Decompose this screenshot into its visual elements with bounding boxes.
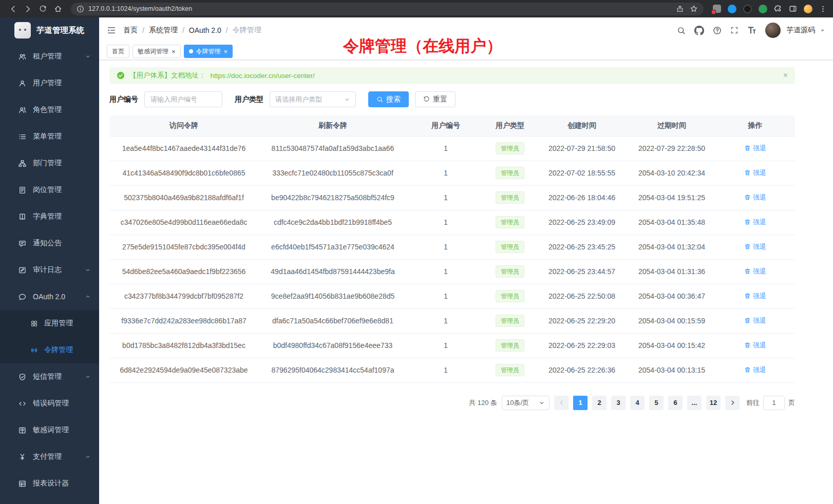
refresh-token-cell: dfa6c71a50a54c66bef706ef9e6e8d81	[258, 308, 407, 333]
fullscreen-icon[interactable]	[730, 26, 739, 34]
breadcrumb-item[interactable]: 首页	[123, 26, 138, 35]
tab-home[interactable]: 首页	[107, 45, 129, 58]
refresh-token-cell: 8796295f04064c2983414cc54af1097a	[258, 358, 407, 382]
menu-dots-icon[interactable]	[819, 5, 827, 13]
pager-page-1[interactable]: 1	[573, 396, 588, 410]
pager-page-6[interactable]: 6	[668, 396, 683, 410]
force-logout-button[interactable]: 强退	[744, 193, 766, 202]
app-logo[interactable]: 芋道管理系统	[0, 17, 99, 43]
sidebar-item-post[interactable]: 岗位管理	[0, 177, 99, 203]
force-logout-button[interactable]: 强退	[744, 168, 766, 178]
force-logout-button[interactable]: 强退	[744, 365, 766, 375]
force-logout-button[interactable]: 强退	[744, 316, 766, 325]
reset-button[interactable]: 重置	[415, 91, 456, 107]
pager-page-3[interactable]: 3	[611, 396, 626, 410]
doc-link[interactable]: https://doc.iocoder.cn/user-center/	[211, 72, 315, 80]
user-id-input[interactable]	[144, 91, 222, 107]
breadcrumb-item[interactable]: 系统管理	[149, 26, 178, 35]
force-logout-button[interactable]: 强退	[744, 242, 766, 251]
force-logout-button[interactable]: 强退	[744, 267, 766, 276]
forward-icon[interactable]	[21, 2, 35, 16]
created-time-cell: 2022-06-25 23:45:25	[536, 235, 628, 259]
pager-more-button[interactable]: ...	[687, 396, 702, 410]
sidebar-item-role[interactable]: 角色管理	[0, 96, 99, 123]
profile-avatar-icon[interactable]	[804, 5, 812, 13]
bookmark-star-icon[interactable]	[690, 5, 698, 13]
goto-page-input[interactable]	[763, 396, 785, 410]
created-time-cell: 2022-06-25 22:50:08	[536, 284, 628, 308]
active-tab-dot	[189, 49, 193, 53]
sidebar-item-menu[interactable]: 菜单管理	[0, 123, 99, 150]
tab-close-icon[interactable]: ×	[224, 48, 228, 55]
badge-icon	[18, 186, 26, 194]
tab-sensitive-word[interactable]: 敏感词管理×	[132, 45, 181, 58]
next-page-button[interactable]	[725, 396, 740, 410]
pager-page-5[interactable]: 5	[649, 396, 664, 410]
breadcrumb-item[interactable]: OAuth 2.0	[189, 26, 221, 34]
home-icon[interactable]	[51, 2, 65, 16]
expire-time-cell: 2054-03-04 01:31:36	[628, 259, 715, 284]
sidebar-item-tenant[interactable]: 租户管理	[0, 43, 99, 70]
dark-extension-icon[interactable]	[743, 5, 752, 13]
sidebar-item-oauth2[interactable]: OAuth 2.0	[0, 283, 99, 310]
refresh-icon[interactable]	[36, 2, 50, 16]
sidebar-item-oauth2-token[interactable]: 令牌管理	[0, 337, 99, 363]
force-logout-label: 强退	[753, 365, 766, 375]
pager-page-12[interactable]: 12	[706, 396, 721, 410]
tab-token[interactable]: 令牌管理×	[184, 45, 233, 58]
search-icon[interactable]	[677, 26, 686, 35]
url-bar[interactable]: 127.0.0.1:1024/system/oauth2/token	[71, 3, 704, 15]
sidebar-item-notice[interactable]: 通知公告	[0, 230, 99, 257]
sidebar-item-sensitive-word[interactable]: 敏感词管理	[0, 417, 99, 443]
access-token-cell: 1ea5e44f8bc1467aaede43144f31de76	[109, 136, 258, 161]
sidebar-item-sms[interactable]: 短信管理	[0, 363, 99, 390]
sidebar-item-error-code[interactable]: 错误码管理	[0, 390, 99, 417]
force-logout-button[interactable]: 强退	[744, 341, 766, 350]
force-logout-label: 强退	[753, 168, 766, 178]
puzzle-icon[interactable]	[774, 5, 782, 13]
sidebar-item-oauth2-app[interactable]: 应用管理	[0, 310, 99, 337]
pager-page-2[interactable]: 2	[592, 396, 607, 410]
search-button[interactable]: 搜索	[368, 91, 409, 107]
help-icon[interactable]	[713, 26, 722, 35]
tab-close-icon[interactable]: ×	[172, 48, 176, 55]
user-name[interactable]: 芋道源码	[786, 26, 815, 35]
extension-badge-icon[interactable]	[713, 5, 721, 13]
user-type-select[interactable]: 请选择用户类型	[270, 91, 356, 107]
user-type-badge: 管理员	[496, 364, 524, 376]
info-icon[interactable]	[77, 5, 84, 13]
code-icon	[18, 400, 26, 408]
force-logout-button[interactable]: 强退	[744, 144, 766, 153]
force-logout-button[interactable]: 强退	[744, 218, 766, 227]
twitter-extension-icon[interactable]	[728, 5, 736, 13]
pager-page-4[interactable]: 4	[630, 396, 645, 410]
sidebar-item-report[interactable]: 报表设计器	[0, 470, 99, 497]
avatar[interactable]	[765, 23, 781, 38]
share-icon[interactable]	[676, 5, 684, 13]
chevron-down-icon	[85, 53, 91, 60]
sidebar-item-audit-log[interactable]: 审计日志	[0, 257, 99, 283]
sidebar-item-label: 岗位管理	[33, 185, 62, 195]
sidebar-item-user[interactable]: 用户管理	[0, 70, 99, 96]
sidebar-item-dict[interactable]: 字典管理	[0, 203, 99, 230]
sidebar-item-pay[interactable]: 支付管理	[0, 443, 99, 470]
back-icon[interactable]	[6, 2, 20, 16]
prev-page-button[interactable]	[554, 396, 569, 410]
access-token-cell: b0d1785bc3a8482f812db4a3f3bd15ec	[109, 333, 258, 358]
action-cell: 强退	[715, 161, 795, 185]
sidebar-toggle-button[interactable]	[107, 26, 116, 35]
side-panel-icon[interactable]	[789, 5, 797, 13]
sidebar-item-label: 支付管理	[33, 452, 62, 461]
font-size-icon[interactable]	[747, 26, 756, 35]
sidebar-item-dept[interactable]: 部门管理	[0, 150, 99, 177]
page-size-select[interactable]: 10条/页	[502, 396, 550, 410]
breadcrumb-separator: /	[142, 26, 144, 34]
sidebar-item-label: 角色管理	[33, 105, 62, 114]
green-extension-icon[interactable]	[759, 5, 767, 13]
github-icon[interactable]	[694, 26, 704, 35]
user-type-badge: 管理员	[496, 265, 524, 278]
force-logout-button[interactable]: 强退	[744, 292, 766, 301]
close-icon[interactable]: ×	[783, 71, 788, 80]
caret-down-icon[interactable]	[820, 28, 825, 33]
access-token-cell: 6d842e2924594de9a09e45e087323abe	[109, 358, 258, 382]
